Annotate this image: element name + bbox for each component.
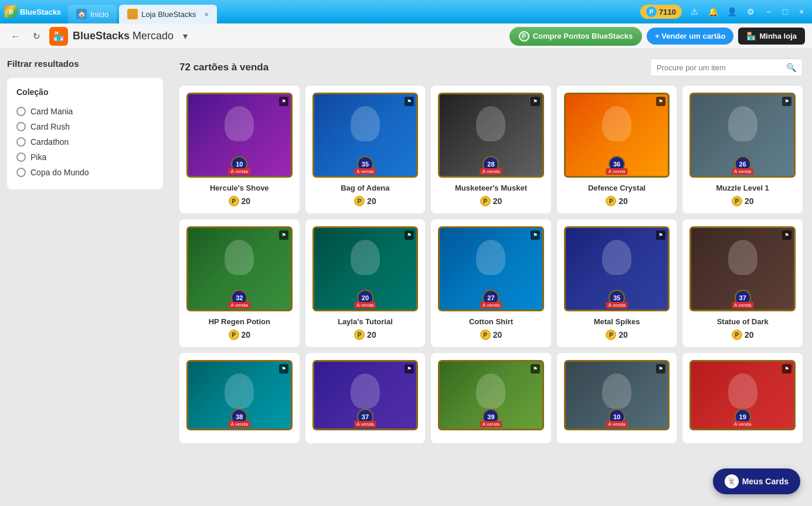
card-artwork: ⚑ 10 À venda — [564, 360, 670, 430]
card-sold-marker: À venda — [229, 421, 250, 427]
card-image: ⚑ 27 À venda — [438, 226, 544, 311]
tab-close-icon[interactable]: × — [204, 10, 209, 19]
search-icon[interactable]: 🔍 — [786, 63, 796, 72]
card-price: P 20 — [229, 196, 251, 206]
titlebar-right: P 7110 ⚠ 🔔 👤 ⚙ − □ × — [640, 5, 807, 19]
card-item[interactable]: ⚑ 27 À venda Cotton Shirt P 20 — [431, 219, 551, 347]
points-badge[interactable]: P 7110 — [640, 5, 682, 19]
collection-label: Cardathon — [30, 137, 69, 147]
app-name: BlueStacks — [20, 8, 61, 16]
card-item[interactable]: ⚑ 10 À venda — [557, 353, 677, 443]
card-artwork: ⚑ 35 À venda — [312, 93, 419, 178]
settings-icon[interactable]: ⚙ — [744, 5, 757, 18]
collection-item[interactable]: Card Rush — [16, 119, 154, 134]
card-item[interactable]: ⚑ 35 À venda Metal Spikes P 20 — [557, 219, 677, 347]
card-price: P 20 — [229, 330, 251, 340]
price-currency-icon: P — [480, 196, 491, 206]
card-sold-marker: À venda — [354, 421, 376, 427]
card-price: P 20 — [606, 330, 628, 340]
card-sold-marker: À venda — [606, 302, 627, 308]
card-artwork: ⚑ 35 À venda — [564, 226, 670, 311]
card-image: ⚑ 35 À venda — [312, 93, 419, 178]
card-image: ⚑ 39 À venda — [438, 360, 544, 430]
sidebar: Filtrar resultados Coleção Card Mania Ca… — [0, 49, 170, 506]
card-badge-icon: ⚑ — [279, 230, 288, 240]
card-item[interactable]: ⚑ 32 À venda HP Regen Potion P 20 — [179, 219, 300, 347]
card-artwork: ⚑ 36 À venda — [564, 93, 670, 178]
tab-store[interactable]: 🛒 Loja BlueStacks × — [119, 5, 217, 23]
card-title: HP Regen Potion — [186, 317, 293, 326]
meus-cards-icon: 🃏 — [725, 474, 739, 488]
close-button[interactable]: × — [796, 6, 807, 18]
card-title: Cotton Shirt — [438, 317, 544, 326]
address-bar-actions: P Compre Pontos BlueStacks + Vender um c… — [509, 27, 805, 46]
collection-label: Pika — [30, 152, 46, 162]
card-price: P 20 — [354, 196, 376, 206]
search-input[interactable] — [657, 63, 783, 72]
price-currency-icon: P — [480, 330, 491, 340]
collection-item[interactable]: Card Mania — [16, 104, 154, 119]
radio-button[interactable] — [16, 137, 26, 147]
card-item[interactable]: ⚑ 10 À venda Hercule's Shove P 20 — [179, 86, 300, 213]
card-item[interactable]: ⚑ 35 À venda Bag of Adena P 20 — [305, 86, 426, 213]
result-count: 72 cartões à venda — [179, 62, 269, 73]
card-title: Muzzle Level 1 — [689, 184, 796, 192]
meus-cards-label: Meus Cards — [742, 477, 789, 486]
collection-item[interactable]: Copa do Mundo — [16, 165, 154, 180]
card-item[interactable]: ⚑ 36 À venda Defence Crystal P 20 — [557, 86, 677, 213]
card-sold-marker: À venda — [732, 421, 753, 427]
card-item[interactable]: ⚑ 37 À venda Statue of Dark P 20 — [682, 219, 803, 347]
radio-button[interactable] — [16, 152, 26, 162]
collection-item[interactable]: Pika — [16, 150, 154, 165]
warning-icon[interactable]: ⚠ — [688, 5, 701, 18]
card-title: Hercule's Shove — [186, 184, 293, 192]
notifications-icon[interactable]: 🔔 — [706, 5, 719, 18]
price-currency-icon: P — [732, 196, 742, 206]
price-value: 20 — [242, 330, 251, 339]
card-badge-icon: ⚑ — [656, 97, 665, 106]
card-item[interactable]: ⚑ 38 À venda — [179, 353, 300, 443]
card-character — [476, 373, 505, 409]
back-button[interactable]: ← — [7, 28, 23, 45]
collection-title: Coleção — [16, 87, 154, 97]
radio-button[interactable] — [16, 107, 26, 116]
maximize-button[interactable]: □ — [779, 6, 791, 18]
meus-cards-button[interactable]: 🃏 Meus Cards — [713, 468, 800, 494]
card-badge-icon: ⚑ — [782, 97, 791, 106]
card-item[interactable]: ⚑ 28 À venda Musketeer's Musket P 20 — [431, 86, 551, 213]
card-artwork: ⚑ 32 À venda — [186, 226, 293, 311]
card-character — [225, 373, 254, 409]
card-sold-marker: À venda — [480, 168, 502, 175]
card-item[interactable]: ⚑ 26 À venda Muzzle Level 1 P 20 — [682, 86, 803, 213]
card-item[interactable]: ⚑ 37 À venda — [305, 353, 426, 443]
collection-item[interactable]: Cardathon — [16, 134, 154, 150]
price-currency-icon: P — [229, 196, 239, 206]
card-artwork: ⚑ 28 À venda — [438, 93, 544, 178]
card-character — [728, 106, 757, 141]
card-sold-marker: À venda — [480, 421, 502, 427]
bluestacks-icon: B — [5, 5, 18, 18]
radio-button[interactable] — [16, 122, 26, 131]
card-artwork: ⚑ 37 À venda — [689, 226, 796, 311]
card-item[interactable]: ⚑ 19 À venda — [682, 353, 803, 443]
radio-button[interactable] — [16, 168, 26, 177]
account-icon[interactable]: 👤 — [725, 5, 738, 18]
my-store-button[interactable]: 🏪 Minha loja — [738, 28, 805, 45]
price-value: 20 — [367, 330, 376, 339]
buy-points-button[interactable]: P Compre Pontos BlueStacks — [509, 27, 643, 46]
minimize-button[interactable]: − — [763, 6, 774, 18]
card-artwork: ⚑ 20 À venda — [312, 226, 419, 311]
refresh-button[interactable]: ↻ — [28, 28, 45, 45]
card-sold-marker: À venda — [732, 168, 753, 175]
card-item[interactable]: ⚑ 39 À venda — [431, 353, 551, 443]
card-artwork: ⚑ 39 À venda — [438, 360, 544, 430]
card-item[interactable]: ⚑ 20 À venda Layla's Tutorial P 20 — [305, 219, 426, 347]
app-logo: B BlueStacks — [5, 5, 61, 18]
card-artwork: ⚑ 38 À venda — [186, 360, 293, 430]
sell-card-button[interactable]: + Vender um cartão — [647, 28, 733, 45]
tab-home[interactable]: 🏠 Início — [68, 5, 117, 23]
card-price: P 20 — [354, 330, 376, 340]
card-image: ⚑ 37 À venda — [689, 226, 796, 311]
price-currency-icon: P — [732, 330, 742, 340]
dropdown-button[interactable]: ▾ — [178, 29, 192, 43]
